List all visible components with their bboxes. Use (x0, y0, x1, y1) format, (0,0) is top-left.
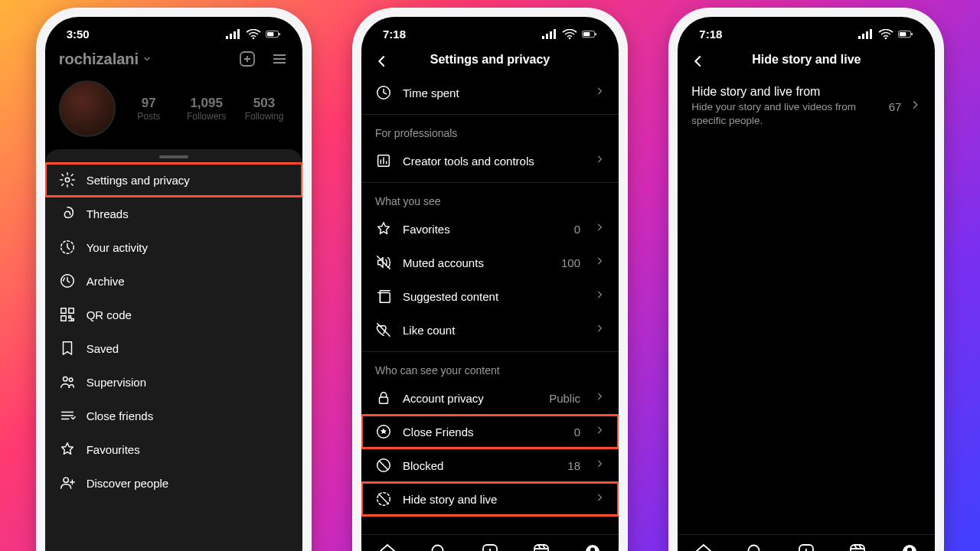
saved-icon (59, 340, 76, 357)
menu-item[interactable]: Close friends (45, 399, 302, 432)
hamburger-menu-icon[interactable] (270, 50, 289, 68)
close-friends-icon (375, 423, 392, 440)
settings-row-label: Muted accounts (403, 256, 550, 269)
section-header: For professionals (361, 114, 619, 144)
chevron-right-icon (594, 289, 605, 303)
profile-menu-sheet: Settings and privacyThreadsYour activity… (45, 149, 302, 551)
settings-row-label: Creator tools and controls (403, 155, 583, 168)
page-header: Hide story and live (678, 45, 935, 76)
username-dropdown[interactable]: rochizalani (59, 51, 152, 68)
clock: 7:18 (699, 28, 722, 41)
settings-row-value: 100 (561, 256, 580, 269)
avatar[interactable] (59, 80, 116, 137)
svg-point-16 (69, 378, 73, 382)
chevron-right-icon (594, 86, 605, 99)
phone-mockup-hide-story: 7:18 Hide story and live Hide story and … (668, 8, 944, 551)
svg-rect-13 (68, 308, 73, 313)
qr-code-icon (59, 306, 76, 323)
menu-item[interactable]: Threads (45, 197, 302, 230)
back-button[interactable] (690, 53, 707, 73)
chevron-right-icon (594, 492, 605, 506)
favourites-icon (59, 441, 76, 458)
create-tab-icon[interactable] (481, 543, 499, 551)
settings-row[interactable]: Account privacyPublic (361, 381, 619, 415)
your-activity-icon (59, 239, 76, 256)
settings-row[interactable]: Blocked18 (361, 448, 619, 482)
menu-item[interactable]: Settings and privacy (45, 163, 302, 197)
profile-tab-icon[interactable] (900, 543, 919, 551)
settings-row-label: Account privacy (403, 392, 538, 405)
menu-item[interactable]: QR code (45, 298, 302, 331)
section-header: Who can see your content (361, 351, 619, 381)
svg-rect-39 (862, 34, 864, 39)
menu-item[interactable]: Your activity (45, 230, 302, 264)
dynamic-island (450, 24, 530, 47)
reels-tab-icon[interactable] (848, 543, 867, 551)
svg-rect-7 (279, 33, 280, 35)
menu-item-label: Archive (87, 275, 289, 288)
svg-rect-40 (866, 31, 868, 39)
home-tab-icon[interactable] (694, 543, 713, 551)
status-icons (226, 29, 281, 40)
reels-tab-icon[interactable] (532, 543, 550, 551)
menu-item[interactable]: Favourites (45, 432, 302, 466)
wifi-icon (246, 29, 261, 40)
svg-rect-24 (583, 31, 590, 35)
like-count-icon (375, 321, 392, 338)
signal-icon (226, 29, 241, 40)
wifi-icon (562, 29, 577, 40)
settings-row[interactable]: Favorites0 (361, 212, 619, 246)
favorites-icon (375, 220, 392, 237)
row-title: Hide story and live from (691, 85, 880, 99)
menu-item[interactable]: Discover people (45, 466, 302, 500)
stat-following[interactable]: 503 Following (240, 96, 288, 122)
hide-story-and-live-icon (375, 491, 392, 507)
svg-rect-2 (234, 31, 236, 39)
hide-story-from-row[interactable]: Hide story and live from Hide your story… (678, 76, 935, 137)
page-title: Settings and privacy (430, 53, 550, 67)
svg-rect-3 (237, 29, 240, 39)
settings-row[interactable]: Hide story and live (361, 482, 619, 516)
home-tab-icon[interactable] (378, 543, 397, 551)
profile-tab-icon[interactable] (583, 543, 602, 551)
svg-rect-6 (267, 31, 273, 35)
clock: 7:18 (383, 28, 406, 41)
time-spent-icon (375, 84, 392, 101)
wifi-icon (878, 29, 893, 40)
close-friends-icon (59, 407, 76, 424)
stat-followers[interactable]: 1,095 Followers (182, 96, 230, 122)
create-post-icon[interactable] (238, 50, 256, 68)
page-header: Settings and privacy (361, 45, 619, 76)
menu-item[interactable]: Supervision (45, 365, 302, 399)
svg-rect-0 (226, 36, 228, 39)
settings-row[interactable]: Suggested content (361, 279, 619, 313)
settings-row[interactable]: Close Friends0 (361, 415, 619, 448)
settings-row[interactable]: Like count (361, 313, 619, 347)
svg-rect-44 (900, 31, 906, 35)
svg-rect-20 (550, 31, 552, 39)
create-tab-icon[interactable] (797, 543, 815, 551)
grabber[interactable] (159, 155, 188, 158)
settings-row[interactable]: Time spent (361, 76, 619, 109)
settings-row[interactable]: Creator tools and controls (361, 144, 619, 178)
bottom-tab-bar (361, 534, 619, 551)
search-tab-icon[interactable] (746, 543, 764, 551)
menu-item[interactable]: Archive (45, 264, 302, 298)
settings-row-label: Close Friends (403, 425, 564, 439)
settings-row[interactable]: Muted accounts100 (361, 246, 619, 279)
svg-point-4 (252, 37, 254, 39)
settings-row-value: 0 (574, 223, 580, 236)
search-tab-icon[interactable] (430, 543, 448, 551)
phone-mockup-settings: 7:18 Settings and privacy Time spentFor … (352, 8, 628, 551)
menu-item-label: Discover people (87, 477, 289, 490)
phone-mockup-profile: 3:50 rochizalani 97 Posts 1,0 (36, 8, 312, 551)
signal-icon (858, 29, 874, 40)
stat-posts[interactable]: 97 Posts (125, 96, 173, 122)
back-button[interactable] (374, 53, 390, 73)
menu-item[interactable]: Saved (45, 331, 302, 365)
settings-row-value: 18 (567, 459, 580, 472)
menu-item-label: Close friends (87, 409, 289, 422)
bottom-tab-bar (678, 534, 935, 551)
svg-rect-1 (230, 34, 232, 39)
menu-item-label: QR code (87, 308, 289, 321)
